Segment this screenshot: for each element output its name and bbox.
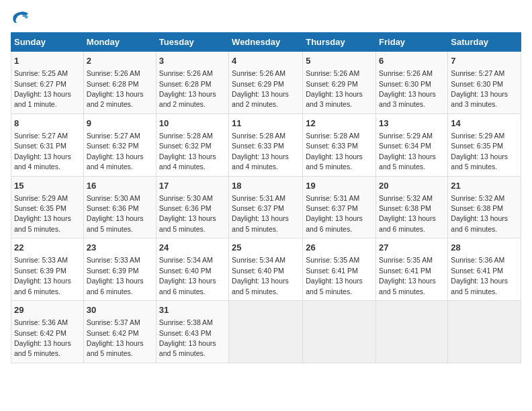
- calendar-cell: 19 Sunrise: 5:31 AMSunset: 6:37 PMDaylig…: [303, 176, 376, 238]
- day-number: 13: [379, 118, 445, 130]
- day-number: 12: [306, 118, 373, 130]
- header-day-monday: Monday: [83, 33, 156, 52]
- header-day-tuesday: Tuesday: [156, 33, 228, 52]
- logo-icon: [11, 11, 30, 24]
- calendar-cell: [448, 301, 521, 363]
- calendar-cell: 25 Sunrise: 5:34 AMSunset: 6:40 PMDaylig…: [229, 238, 303, 301]
- day-info: Sunrise: 5:27 AMSunset: 6:30 PMDaylight:…: [451, 69, 508, 108]
- day-info: Sunrise: 5:32 AMSunset: 6:38 PMDaylight:…: [451, 194, 508, 233]
- day-number: 7: [451, 55, 518, 67]
- day-info: Sunrise: 5:31 AMSunset: 6:37 PMDaylight:…: [232, 194, 289, 233]
- day-info: Sunrise: 5:35 AMSunset: 6:41 PMDaylight:…: [306, 256, 363, 295]
- calendar-cell: 3 Sunrise: 5:26 AMSunset: 6:28 PMDayligh…: [156, 52, 228, 114]
- day-info: Sunrise: 5:35 AMSunset: 6:41 PMDaylight:…: [379, 256, 436, 295]
- calendar-cell: [229, 301, 303, 363]
- day-info: Sunrise: 5:27 AMSunset: 6:32 PMDaylight:…: [87, 132, 144, 171]
- calendar-cell: 27 Sunrise: 5:35 AMSunset: 6:41 PMDaylig…: [376, 238, 448, 301]
- calendar-cell: 9 Sunrise: 5:27 AMSunset: 6:32 PMDayligh…: [83, 113, 156, 176]
- header-day-sunday: Sunday: [11, 33, 84, 52]
- day-info: Sunrise: 5:28 AMSunset: 6:33 PMDaylight:…: [306, 132, 363, 171]
- day-number: 22: [14, 242, 81, 254]
- day-info: Sunrise: 5:30 AMSunset: 6:36 PMDaylight:…: [159, 194, 216, 233]
- calendar-cell: [376, 301, 448, 363]
- day-info: Sunrise: 5:34 AMSunset: 6:40 PMDaylight:…: [159, 256, 216, 295]
- day-number: 3: [159, 55, 226, 67]
- day-number: 17: [159, 180, 226, 192]
- calendar-cell: 29 Sunrise: 5:36 AMSunset: 6:42 PMDaylig…: [11, 301, 84, 363]
- day-info: Sunrise: 5:29 AMSunset: 6:35 PMDaylight:…: [451, 132, 508, 171]
- calendar-cell: 18 Sunrise: 5:31 AMSunset: 6:37 PMDaylig…: [229, 176, 303, 238]
- calendar-cell: 5 Sunrise: 5:26 AMSunset: 6:29 PMDayligh…: [303, 52, 376, 114]
- day-number: 9: [87, 118, 153, 130]
- day-info: Sunrise: 5:33 AMSunset: 6:39 PMDaylight:…: [14, 256, 71, 295]
- day-number: 4: [232, 55, 300, 67]
- calendar-cell: 10 Sunrise: 5:28 AMSunset: 6:32 PMDaylig…: [156, 113, 228, 176]
- calendar-cell: 11 Sunrise: 5:28 AMSunset: 6:33 PMDaylig…: [229, 113, 303, 176]
- calendar-week-row: 22 Sunrise: 5:33 AMSunset: 6:39 PMDaylig…: [11, 238, 521, 301]
- day-info: Sunrise: 5:26 AMSunset: 6:28 PMDaylight:…: [159, 69, 216, 108]
- day-number: 26: [306, 242, 373, 254]
- day-info: Sunrise: 5:28 AMSunset: 6:32 PMDaylight:…: [159, 132, 216, 171]
- day-info: Sunrise: 5:25 AMSunset: 6:27 PMDaylight:…: [14, 69, 71, 108]
- calendar-cell: 12 Sunrise: 5:28 AMSunset: 6:33 PMDaylig…: [303, 113, 376, 176]
- calendar-cell: 1 Sunrise: 5:25 AMSunset: 6:27 PMDayligh…: [11, 52, 84, 114]
- calendar-cell: 16 Sunrise: 5:30 AMSunset: 6:36 PMDaylig…: [83, 176, 156, 238]
- day-number: 8: [14, 118, 81, 130]
- calendar-cell: 13 Sunrise: 5:29 AMSunset: 6:34 PMDaylig…: [376, 113, 448, 176]
- day-number: 18: [232, 180, 300, 192]
- day-info: Sunrise: 5:29 AMSunset: 6:35 PMDaylight:…: [14, 194, 71, 233]
- day-info: Sunrise: 5:32 AMSunset: 6:38 PMDaylight:…: [379, 194, 436, 233]
- day-info: Sunrise: 5:36 AMSunset: 6:42 PMDaylight:…: [14, 318, 71, 357]
- calendar-table: SundayMondayTuesdayWednesdayThursdayFrid…: [11, 32, 521, 363]
- calendar-week-row: 1 Sunrise: 5:25 AMSunset: 6:27 PMDayligh…: [11, 52, 521, 114]
- page-header: [11, 11, 521, 24]
- header-day-friday: Friday: [376, 33, 448, 52]
- calendar-cell: 28 Sunrise: 5:36 AMSunset: 6:41 PMDaylig…: [448, 238, 521, 301]
- day-number: 25: [232, 242, 300, 254]
- header-day-wednesday: Wednesday: [229, 33, 303, 52]
- day-number: 2: [87, 55, 153, 67]
- calendar-cell: [303, 301, 376, 363]
- day-info: Sunrise: 5:34 AMSunset: 6:40 PMDaylight:…: [232, 256, 289, 295]
- day-number: 23: [87, 242, 153, 254]
- calendar-cell: 21 Sunrise: 5:32 AMSunset: 6:38 PMDaylig…: [448, 176, 521, 238]
- calendar-cell: 31 Sunrise: 5:38 AMSunset: 6:43 PMDaylig…: [156, 301, 228, 363]
- day-info: Sunrise: 5:28 AMSunset: 6:33 PMDaylight:…: [232, 132, 289, 171]
- day-number: 29: [14, 304, 81, 316]
- calendar-cell: 23 Sunrise: 5:33 AMSunset: 6:39 PMDaylig…: [83, 238, 156, 301]
- day-number: 19: [306, 180, 373, 192]
- day-info: Sunrise: 5:27 AMSunset: 6:31 PMDaylight:…: [14, 132, 71, 171]
- logo: [11, 11, 32, 24]
- day-number: 14: [451, 118, 518, 130]
- day-number: 20: [379, 180, 445, 192]
- day-info: Sunrise: 5:31 AMSunset: 6:37 PMDaylight:…: [306, 194, 363, 233]
- day-number: 30: [87, 304, 153, 316]
- calendar-cell: 7 Sunrise: 5:27 AMSunset: 6:30 PMDayligh…: [448, 52, 521, 114]
- day-number: 1: [14, 55, 81, 67]
- calendar-week-row: 8 Sunrise: 5:27 AMSunset: 6:31 PMDayligh…: [11, 113, 521, 176]
- day-info: Sunrise: 5:26 AMSunset: 6:30 PMDaylight:…: [379, 69, 436, 108]
- day-number: 6: [379, 55, 445, 67]
- day-number: 11: [232, 118, 300, 130]
- calendar-week-row: 15 Sunrise: 5:29 AMSunset: 6:35 PMDaylig…: [11, 176, 521, 238]
- calendar-header-row: SundayMondayTuesdayWednesdayThursdayFrid…: [11, 33, 521, 52]
- day-number: 5: [306, 55, 373, 67]
- day-info: Sunrise: 5:26 AMSunset: 6:29 PMDaylight:…: [306, 69, 363, 108]
- day-info: Sunrise: 5:37 AMSunset: 6:42 PMDaylight:…: [87, 318, 144, 357]
- calendar-cell: 17 Sunrise: 5:30 AMSunset: 6:36 PMDaylig…: [156, 176, 228, 238]
- day-info: Sunrise: 5:26 AMSunset: 6:28 PMDaylight:…: [87, 69, 144, 108]
- calendar-cell: 24 Sunrise: 5:34 AMSunset: 6:40 PMDaylig…: [156, 238, 228, 301]
- calendar-cell: 14 Sunrise: 5:29 AMSunset: 6:35 PMDaylig…: [448, 113, 521, 176]
- day-info: Sunrise: 5:38 AMSunset: 6:43 PMDaylight:…: [159, 318, 216, 357]
- calendar-cell: 15 Sunrise: 5:29 AMSunset: 6:35 PMDaylig…: [11, 176, 84, 238]
- calendar-cell: 4 Sunrise: 5:26 AMSunset: 6:29 PMDayligh…: [229, 52, 303, 114]
- day-number: 31: [159, 304, 226, 316]
- day-number: 27: [379, 242, 445, 254]
- calendar-cell: 26 Sunrise: 5:35 AMSunset: 6:41 PMDaylig…: [303, 238, 376, 301]
- day-info: Sunrise: 5:36 AMSunset: 6:41 PMDaylight:…: [451, 256, 508, 295]
- day-number: 28: [451, 242, 518, 254]
- calendar-week-row: 29 Sunrise: 5:36 AMSunset: 6:42 PMDaylig…: [11, 301, 521, 363]
- day-number: 24: [159, 242, 226, 254]
- calendar-cell: 22 Sunrise: 5:33 AMSunset: 6:39 PMDaylig…: [11, 238, 84, 301]
- day-info: Sunrise: 5:29 AMSunset: 6:34 PMDaylight:…: [379, 132, 436, 171]
